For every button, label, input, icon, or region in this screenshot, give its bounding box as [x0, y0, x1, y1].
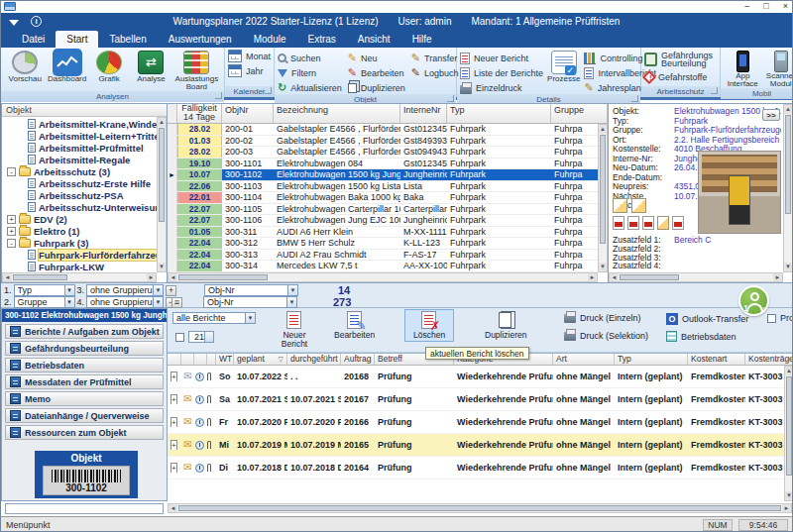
tree-item[interactable]: Arbeitsmittel-Krane,Winden,etc [2, 118, 157, 130]
edit-report-button[interactable]: ✎Bearbeiten [334, 311, 375, 340]
report-row-selected[interactable]: + ✉ Mi10.07.2019 Mi10.07.2019 Mi20165Prü… [168, 434, 784, 457]
expand-icon[interactable]: + [7, 215, 16, 224]
print-single-button[interactable]: Druck (Einzeln) [564, 313, 641, 323]
reports-vertical-scrollbar[interactable]: ▲▼ [784, 366, 793, 501]
sort-select-2[interactable]: Obj-Nr▼ [203, 296, 297, 308]
details-horizontal-scrollbar[interactable]: ◄► [609, 272, 783, 282]
column-gruppe[interactable]: Gruppe [551, 104, 608, 123]
prognose-checkbox[interactable]: Prognose [767, 313, 793, 323]
dialog-launcher-icon[interactable] [215, 92, 222, 99]
neu-button[interactable]: ✎Neu [348, 52, 405, 64]
limit-checkbox[interactable] [175, 333, 184, 342]
column-art[interactable]: Art [553, 354, 615, 365]
tree-item[interactable]: Arbeitsmittel-Prüfmittel [2, 142, 157, 154]
table-row[interactable]: 22.04300-313AUDI A2 Frau SchmidtF-AS-17F… [168, 250, 598, 262]
vorschau-button[interactable]: Vorschau [4, 50, 46, 83]
expand-icon[interactable]: + [170, 417, 177, 427]
duplizieren-button[interactable]: Duplizieren [348, 81, 405, 94]
transfer-button[interactable]: ✎Transfer [411, 52, 459, 64]
tree-item[interactable]: Arbeitsschutz-Unterweisungen (S [2, 201, 157, 213]
column-kostenart[interactable]: Kostenart [688, 354, 745, 365]
tree-folder[interactable]: +Elektro (1) [2, 225, 157, 237]
liste-der-berichte-button[interactable]: Liste der Berichte [460, 66, 543, 79]
table-row[interactable]: 22.04300-312BMW 5 Herr SchulzK-LL-123Fuh… [168, 238, 598, 250]
monat-button[interactable]: Monat [228, 50, 271, 62]
messdaten-nav-button[interactable]: Messdaten der Prüfmittel [5, 374, 164, 389]
analyse-button[interactable]: Analyse [130, 50, 171, 83]
attachment-pdf-icon[interactable] [613, 216, 624, 230]
expand-icon[interactable]: + [170, 372, 177, 381]
auslastungsboard-button[interactable]: Auslastungs Board [172, 50, 221, 91]
column-kostentraeger[interactable]: Kostenträge [745, 354, 793, 365]
collapse-icon[interactable]: - [7, 239, 16, 248]
aktualisieren-button[interactable]: ↻Aktualisieren [278, 81, 342, 94]
report-row[interactable]: + ✉ So10.07.2022 So. .20168PrüfungWieder… [168, 366, 784, 388]
tab-datei[interactable]: Datei [11, 31, 56, 48]
table-row[interactable]: 01.03200-02Gabelstapler E4566 , Flurförd… [168, 136, 598, 148]
bearbeiten-button[interactable]: ✎Bearbeiten [348, 66, 405, 79]
tree-folder[interactable]: -Fuhrpark (3) [2, 237, 157, 249]
grouping-1-select[interactable]: Typ▼ [14, 284, 75, 296]
dialog-launcher-icon[interactable] [631, 95, 638, 102]
gefaehrdungsbeurteilung-nav-button[interactable]: Gefährdungsbeurteilung [5, 341, 164, 356]
expand-icon[interactable]: + [170, 463, 177, 473]
tree-folder[interactable]: -Arbeitsschutz (3) [2, 165, 157, 177]
report-row[interactable]: + ✉ Di10.07.2018 Di10.07.2018 Di20164Prü… [168, 457, 784, 479]
report-filter-select[interactable]: alle Berichte▼ [172, 312, 256, 324]
tab-module[interactable]: Module [243, 31, 297, 48]
grouping-2-select[interactable]: Gruppe▼ [14, 296, 75, 308]
dialog-launcher-icon[interactable] [447, 95, 454, 102]
memo-nav-button[interactable]: Memo [5, 391, 164, 406]
app-interface-button[interactable]: App Interface [724, 50, 762, 88]
jahr-button[interactable]: Jahr [228, 64, 264, 77]
tab-hilfe[interactable]: Hilfe [401, 31, 443, 48]
object-table-horizontal-scrollbar[interactable]: ◄► [168, 272, 598, 282]
einzeldruck-button[interactable]: Einzeldruck [460, 81, 543, 94]
dialog-launcher-icon[interactable] [265, 87, 272, 94]
attachment-file-icon[interactable] [613, 198, 627, 213]
tree-item[interactable]: Fuhrpark-LKW [2, 261, 157, 272]
column-typ[interactable]: Typ [615, 354, 688, 365]
table-row[interactable]: 19.10300-1101Elektrohubwagen 084Gst01234… [168, 159, 598, 170]
user-status-badge[interactable]: 1 ✓ [738, 285, 769, 316]
sort-select-1[interactable]: Obj-Nr▼ [204, 284, 298, 296]
tree-item[interactable]: Arbeitsmittel-Regale [2, 154, 157, 165]
tab-tabellen[interactable]: Tabellen [98, 31, 157, 48]
tab-auswertungen[interactable]: Auswertungen [158, 31, 243, 48]
delete-report-button[interactable]: ✗Löschen [405, 310, 453, 341]
table-row-selected[interactable]: ►10.07300-1102Elektrohubwagen 1500 kg Ju… [168, 169, 598, 181]
tree-item-selected[interactable]: Fuhrpark-Flurförderfahrzeuge [2, 249, 157, 261]
tree-item[interactable]: Arbeitsschutz-Erste Hilfe [2, 177, 157, 189]
tree-item[interactable]: Arbeitsmittel-Leitern+Tritte [2, 130, 157, 142]
close-button[interactable]: × [783, 1, 788, 12]
details-vertical-scrollbar[interactable]: ▲▼ [783, 104, 793, 272]
limit-spinner[interactable]: 21 [188, 331, 214, 343]
suchen-button[interactable]: Suchen [278, 52, 342, 64]
tree-horizontal-scrollbar[interactable]: ◄► [2, 272, 157, 282]
object-table-vertical-scrollbar[interactable]: ▲▼ [598, 124, 608, 272]
table-row[interactable]: 22.06300-1103Elektrohubwagen 1500 kg Lis… [168, 181, 598, 193]
attachment-pdf-icon[interactable] [627, 216, 639, 230]
duplicate-report-button[interactable]: Duplizieren [485, 311, 527, 340]
grafik-button[interactable]: Grafik [88, 50, 130, 83]
gefaehrdungsbeurteilung-button[interactable]: Gefährdungs Beurteilung [644, 50, 717, 68]
column-internenr[interactable]: InterneNr [400, 104, 447, 123]
column-typ[interactable]: Typ [447, 104, 551, 123]
print-selection-button[interactable]: Druck (Selektion) [564, 331, 648, 341]
expand-icon[interactable]: + [170, 394, 177, 404]
add-grouping-button[interactable]: + [166, 285, 176, 296]
table-row[interactable]: 22.07300-1106Elektrohubwagen Jung EJC 10… [168, 215, 598, 227]
table-row[interactable]: 28.02200-03Gabelstapler E4566 , Flurförd… [168, 147, 598, 159]
logbuch-button[interactable]: ✎Logbuch [411, 66, 459, 79]
expand-panel-button[interactable]: >> [762, 109, 780, 121]
reports-horizontal-scrollbar[interactable]: ◄► [168, 503, 792, 513]
attachment-pdf-icon[interactable] [672, 216, 684, 230]
grouping-4-select[interactable]: ohne Gruppierung▼ [86, 296, 164, 308]
outlook-transfer-button[interactable]: OOutlook-Transfer [666, 313, 748, 325]
report-row[interactable]: + ✉ Sa10.07.2021 Sa10.07.2021 Sa20167Prü… [168, 388, 784, 411]
berichte-aufgaben-button[interactable]: Berichte / Aufgaben zum Objekt5 [5, 324, 164, 339]
column-durchgefuehrt[interactable]: durchgeführt [287, 354, 341, 365]
betriebsdaten-button[interactable]: Betriebsdaten [666, 331, 736, 342]
dialog-launcher-icon[interactable] [711, 87, 718, 94]
column-faelligkeit[interactable]: Fälligkeit 14 Tage [177, 104, 222, 123]
